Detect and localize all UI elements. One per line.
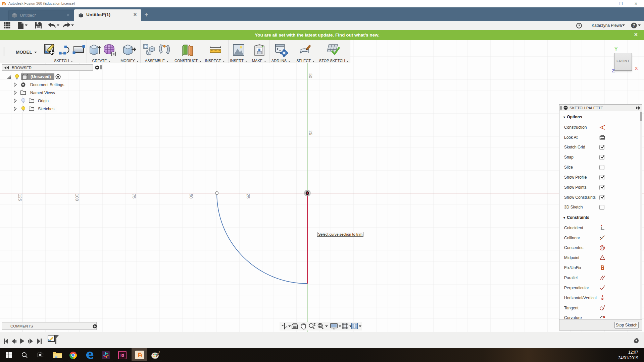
svg-text:?: ? — [633, 23, 635, 28]
